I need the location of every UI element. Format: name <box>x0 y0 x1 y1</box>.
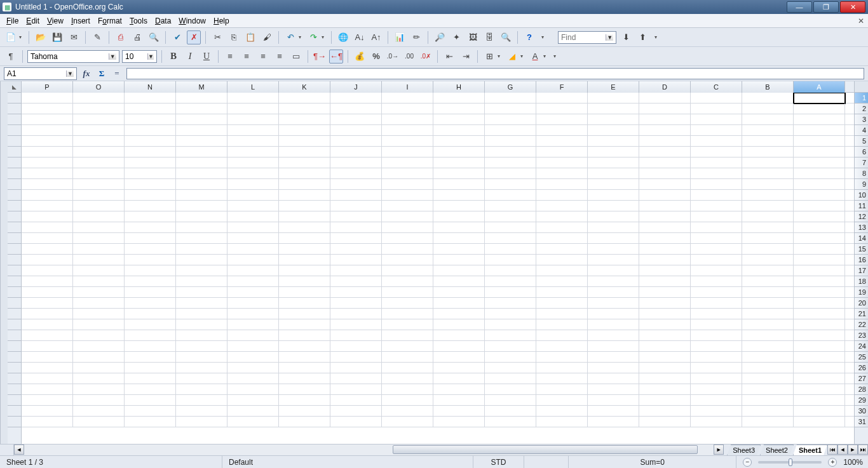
column-header-D[interactable]: D <box>639 81 691 93</box>
cell-L3[interactable] <box>227 114 279 125</box>
menu-window[interactable]: Window <box>175 15 210 27</box>
cell-D28[interactable] <box>639 384 691 395</box>
cell-I28[interactable] <box>382 384 433 395</box>
cell-I23[interactable] <box>382 330 433 341</box>
cell-F22[interactable] <box>536 319 588 330</box>
cell-K30[interactable] <box>279 406 330 417</box>
cell-L31[interactable] <box>227 417 279 427</box>
font-name-combo[interactable]: ▼ <box>27 50 119 63</box>
cell-D13[interactable] <box>639 222 691 233</box>
cell-P24[interactable] <box>22 341 73 352</box>
undo-icon[interactable]: ↶ <box>283 30 297 44</box>
cell-P20[interactable] <box>22 298 73 309</box>
cell-D29[interactable] <box>639 395 691 406</box>
row-header-14[interactable]: 14 <box>855 233 868 244</box>
row-header-6[interactable]: 6 <box>855 147 868 157</box>
cell-K26[interactable] <box>279 363 330 373</box>
sort-asc-icon[interactable]: A↓ <box>353 30 367 44</box>
cell-L17[interactable] <box>227 265 279 276</box>
toolbar-overflow[interactable]: ▾ <box>541 34 546 40</box>
cell-N18[interactable] <box>125 276 176 287</box>
cell-A19[interactable] <box>794 287 845 298</box>
cell-N20[interactable] <box>125 298 176 309</box>
cell-O23[interactable] <box>73 330 125 341</box>
cell-H12[interactable] <box>433 211 485 222</box>
cell-E24[interactable] <box>588 341 639 352</box>
cell-B14[interactable] <box>742 233 794 244</box>
cell-B27[interactable] <box>742 373 794 384</box>
cell-F30[interactable] <box>536 406 588 417</box>
row-header-8[interactable]: 8 <box>855 168 868 179</box>
zoom-out-button[interactable]: − <box>743 458 752 467</box>
cell-D5[interactable] <box>639 136 691 147</box>
cell-F2[interactable] <box>536 104 588 114</box>
cell-P23[interactable] <box>22 330 73 341</box>
cell-J16[interactable] <box>330 255 382 265</box>
cell-F5[interactable] <box>536 136 588 147</box>
cell-I17[interactable] <box>382 265 433 276</box>
cell-M5[interactable] <box>176 136 227 147</box>
cell-N26[interactable] <box>125 363 176 373</box>
row-header-16[interactable]: 16 <box>855 255 868 265</box>
underline-button[interactable]: U <box>200 50 214 64</box>
cell-H28[interactable] <box>433 384 485 395</box>
cell-K21[interactable] <box>279 309 330 319</box>
cell-M8[interactable] <box>176 168 227 179</box>
cell-G1[interactable] <box>485 93 536 104</box>
new-doc-dropdown[interactable]: ▾ <box>19 34 24 40</box>
cell-K27[interactable] <box>279 373 330 384</box>
cell-B2[interactable] <box>742 104 794 114</box>
cell-C30[interactable] <box>691 406 742 417</box>
column-header-L[interactable]: L <box>227 81 279 93</box>
cell-P7[interactable] <box>22 157 73 168</box>
cell-K10[interactable] <box>279 190 330 201</box>
cell-G11[interactable] <box>485 201 536 211</box>
cell-H19[interactable] <box>433 287 485 298</box>
cell-F25[interactable] <box>536 352 588 363</box>
cell-O16[interactable] <box>73 255 125 265</box>
cell-G6[interactable] <box>485 147 536 157</box>
cell-F3[interactable] <box>536 114 588 125</box>
row-header-31[interactable]: 31 <box>855 417 868 427</box>
cell-P25[interactable] <box>22 352 73 363</box>
cell-G20[interactable] <box>485 298 536 309</box>
cell-B20[interactable] <box>742 298 794 309</box>
cell-B19[interactable] <box>742 287 794 298</box>
cell-C11[interactable] <box>691 201 742 211</box>
cell-J17[interactable] <box>330 265 382 276</box>
cell-P18[interactable] <box>22 276 73 287</box>
cell-D2[interactable] <box>639 104 691 114</box>
cell-A29[interactable] <box>794 395 845 406</box>
cell-D10[interactable] <box>639 190 691 201</box>
column-header-H[interactable]: H <box>433 81 485 93</box>
cell-J6[interactable] <box>330 147 382 157</box>
cell-J23[interactable] <box>330 330 382 341</box>
cell-I1[interactable] <box>382 93 433 104</box>
cell-M19[interactable] <box>176 287 227 298</box>
cell-O26[interactable] <box>73 363 125 373</box>
cell-N5[interactable] <box>125 136 176 147</box>
cell-A1[interactable] <box>794 93 845 104</box>
cell-B1[interactable] <box>742 93 794 104</box>
find-input[interactable] <box>561 33 603 42</box>
cell-O7[interactable] <box>73 157 125 168</box>
spellcheck-icon[interactable]: ✔ <box>170 30 184 44</box>
cell-F24[interactable] <box>536 341 588 352</box>
cell-I21[interactable] <box>382 309 433 319</box>
cell-P12[interactable] <box>22 211 73 222</box>
cell-K16[interactable] <box>279 255 330 265</box>
cell-D12[interactable] <box>639 211 691 222</box>
cell-N11[interactable] <box>125 201 176 211</box>
cell-C17[interactable] <box>691 265 742 276</box>
menu-view[interactable]: View <box>43 15 67 27</box>
bg-color-dropdown[interactable]: ▾ <box>520 53 526 59</box>
cell-H7[interactable] <box>433 157 485 168</box>
cell-B10[interactable] <box>742 190 794 201</box>
cell-M23[interactable] <box>176 330 227 341</box>
copy-icon[interactable]: ⎘ <box>227 30 241 44</box>
menu-edit[interactable]: Edit <box>22 15 43 27</box>
cell-I30[interactable] <box>382 406 433 417</box>
cell-L19[interactable] <box>227 287 279 298</box>
cell-D25[interactable] <box>639 352 691 363</box>
cell-L24[interactable] <box>227 341 279 352</box>
